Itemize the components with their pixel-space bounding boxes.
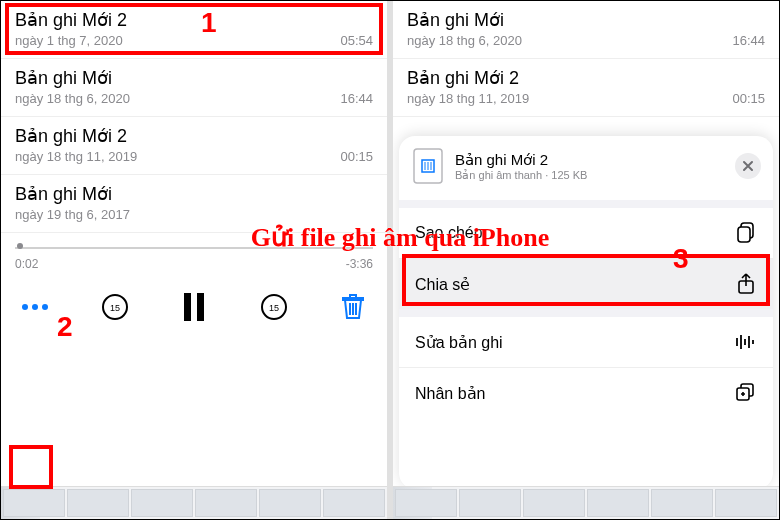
recording-item[interactable]: Bản ghi Mới ngày 18 thg 6, 2020 16:44	[393, 1, 779, 59]
recording-duration: 00:15	[340, 149, 373, 164]
svg-point-2	[42, 304, 48, 310]
recording-title: Bản ghi Mới 2	[15, 125, 373, 147]
recording-date: ngày 18 thg 6, 2020	[407, 33, 522, 48]
pause-icon	[182, 293, 206, 321]
menu-copy[interactable]: Sao chép	[399, 200, 773, 258]
menu-label: Sao chép	[415, 224, 483, 242]
svg-text:15: 15	[268, 303, 278, 313]
menu-share[interactable]: Chia sẻ	[399, 258, 773, 309]
svg-rect-18	[738, 227, 750, 242]
menu-label: Chia sẻ	[415, 275, 470, 294]
sheet-file-subtitle: Bản ghi âm thanh · 125 KB	[455, 169, 587, 182]
recording-date: ngày 18 thg 11, 2019	[15, 149, 137, 164]
recording-title: Bản ghi Mới 2	[15, 9, 373, 31]
forward-15-icon: 15	[259, 292, 289, 322]
recording-date: ngày 18 thg 6, 2020	[15, 91, 130, 106]
menu-duplicate[interactable]: Nhân bản	[399, 367, 773, 418]
recording-item[interactable]: Bản ghi Mới 2 ngày 18 thg 11, 2019 00:15	[393, 59, 779, 117]
forward-15-button[interactable]: 15	[254, 287, 294, 327]
recording-item[interactable]: Bản ghi Mới ngày 19 thg 6, 2017	[1, 175, 387, 233]
audio-file-icon	[411, 146, 445, 186]
svg-rect-5	[184, 293, 191, 321]
pause-button[interactable]	[174, 287, 214, 327]
recording-item[interactable]: Bản ghi Mới 2 ngày 1 thg 7, 2020 05:54	[1, 1, 387, 59]
share-sheet: Bản ghi Mới 2 Bản ghi âm thanh · 125 KB …	[399, 136, 773, 489]
svg-text:15: 15	[109, 303, 119, 313]
svg-rect-6	[197, 293, 204, 321]
recording-title: Bản ghi Mới	[407, 9, 765, 31]
delete-button[interactable]	[333, 287, 373, 327]
app-switcher-thumbnails	[393, 486, 779, 519]
trash-icon	[342, 294, 364, 320]
left-pane: Bản ghi Mới 2 ngày 1 thg 7, 2020 05:54 B…	[1, 1, 393, 519]
recording-duration: 05:54	[340, 33, 373, 48]
recording-duration: 00:15	[732, 91, 765, 106]
svg-point-0	[22, 304, 28, 310]
right-pane: Bản ghi Mới ngày 18 thg 6, 2020 16:44 Bả…	[393, 1, 779, 519]
menu-label: Nhân bản	[415, 384, 486, 403]
recording-duration: 16:44	[732, 33, 765, 48]
svg-point-1	[32, 304, 38, 310]
ellipsis-icon	[21, 303, 49, 311]
app-switcher-thumbnails	[1, 486, 387, 519]
waveform-icon	[735, 331, 757, 353]
more-button[interactable]	[15, 287, 55, 327]
menu-label: Sửa bản ghi	[415, 333, 503, 352]
rewind-15-button[interactable]: 15	[95, 287, 135, 327]
remaining-time: -3:36	[346, 257, 373, 271]
recording-date: ngày 1 thg 7, 2020	[15, 33, 123, 48]
rewind-15-icon: 15	[100, 292, 130, 322]
recording-title: Bản ghi Mới	[15, 67, 373, 89]
recording-title: Bản ghi Mới 2	[407, 67, 765, 89]
recording-item[interactable]: Bản ghi Mới 2 ngày 18 thg 11, 2019 00:15	[1, 117, 387, 175]
sheet-file-title: Bản ghi Mới 2	[455, 151, 587, 169]
player-scrubber[interactable]: 0:02 -3:36	[1, 233, 387, 279]
close-icon	[742, 160, 754, 172]
recording-title: Bản ghi Mới	[15, 183, 373, 205]
elapsed-time: 0:02	[15, 257, 38, 271]
recording-date: ngày 19 thg 6, 2017	[15, 207, 130, 222]
share-icon	[735, 273, 757, 295]
close-sheet-button[interactable]	[735, 153, 761, 179]
recording-duration: 16:44	[340, 91, 373, 106]
copy-icon	[735, 222, 757, 244]
duplicate-icon	[735, 382, 757, 404]
recording-item[interactable]: Bản ghi Mới ngày 18 thg 6, 2020 16:44	[1, 59, 387, 117]
recording-date: ngày 18 thg 11, 2019	[407, 91, 529, 106]
menu-edit[interactable]: Sửa bản ghi	[399, 309, 773, 367]
